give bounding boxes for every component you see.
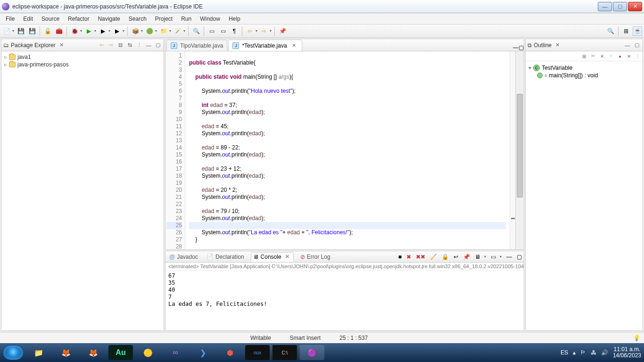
menu-window[interactable]: Window [196, 15, 224, 23]
action-center-icon[interactable]: 🏳 [580, 349, 586, 356]
tab-tipovariable[interactable]: J TipoVariable.java [166, 40, 227, 51]
java-perspective-icon[interactable]: ☕ [633, 26, 642, 36]
hide-static-icon[interactable]: ˢ [607, 52, 615, 60]
forward-icon[interactable]: ⇨ [259, 26, 269, 36]
explorer-icon[interactable]: 📁 [26, 345, 51, 360]
firefox-icon[interactable]: 🦊 [54, 345, 78, 360]
new-package-icon[interactable]: 📦 [131, 26, 140, 36]
minimize-view-icon[interactable]: — [145, 41, 152, 49]
word-wrap-icon[interactable]: ↩ [454, 254, 458, 260]
minimize-view-icon[interactable]: — [506, 254, 512, 260]
clock-date[interactable]: 14/06/2023 [613, 353, 641, 359]
tray-chevron-icon[interactable]: ▴ [573, 349, 576, 356]
outline-method[interactable]: S main(String[]) : void [537, 72, 640, 79]
network-icon[interactable]: 🖧 [591, 349, 596, 356]
scroll-lock-icon[interactable]: 🔒 [442, 254, 449, 260]
link-editor-icon[interactable]: ⇆ [126, 41, 133, 49]
sort-icon[interactable]: ᵃᶻ [589, 52, 597, 60]
open-type-icon[interactable]: 🔓 [43, 26, 52, 36]
external-tools-icon[interactable]: ▶ [112, 26, 122, 36]
tab-testvariable[interactable]: J *TestVariable.java ✕ [228, 40, 302, 51]
vs-icon[interactable]: ∞ [163, 345, 188, 360]
menu-navigate[interactable]: Navigate [94, 15, 124, 23]
app-icon[interactable]: ⬢ [218, 345, 242, 360]
remove-all-icon[interactable]: ✖✖ [416, 254, 425, 260]
back-icon[interactable]: ⇦ [245, 26, 255, 36]
chrome-icon[interactable]: 🟡 [136, 345, 160, 360]
code-content[interactable]: public class TestVariable{ public static… [185, 51, 510, 249]
menu-file[interactable]: File [2, 15, 18, 23]
quick-access-icon[interactable]: 🔍 [606, 26, 615, 36]
audition-icon[interactable]: Au [108, 345, 133, 360]
console-output[interactable]: 67 35 40 7 La edad es 7, Felicitaciones! [165, 271, 524, 310]
vertical-scrollbar[interactable] [515, 51, 524, 249]
toggle-block-icon[interactable]: ▭ [218, 26, 228, 36]
lang-indicator[interactable]: ES [561, 349, 568, 356]
maximize-button[interactable]: ▢ [613, 2, 627, 11]
hide-nonpublic-icon[interactable]: ● [616, 52, 624, 60]
wizard-icon[interactable]: 🪄 [173, 26, 182, 36]
package-explorer-tab[interactable]: 🗂 Package Explorer ✕ [3, 42, 66, 49]
remove-launch-icon[interactable]: ✖ [406, 254, 411, 260]
outline-class[interactable]: ▾ C TestVariable [528, 64, 640, 72]
close-tab-icon[interactable]: ✕ [290, 42, 298, 49]
tree-item[interactable]: ▹ java-primeros-pasos [4, 61, 161, 68]
view-menu-icon[interactable]: ⋮ [634, 52, 642, 60]
tab-javadoc[interactable]: @Javadoc [167, 253, 200, 261]
tree-item[interactable]: ▹ java1 [4, 53, 161, 61]
tab-declaration[interactable]: 📄Declaration [205, 253, 246, 261]
nox-icon[interactable]: nox [245, 345, 270, 360]
pin-icon[interactable]: 📌 [278, 26, 287, 36]
display-console-icon[interactable]: 🖥 [475, 254, 480, 260]
overview-ruler[interactable] [510, 51, 515, 249]
build-icon[interactable]: 🧰 [54, 26, 64, 36]
minimize-view-icon[interactable]: — [624, 41, 631, 49]
outline-tree[interactable]: ▾ C TestVariable S main(String[]) : void [526, 61, 643, 82]
vscode-icon[interactable]: ❯ [190, 345, 215, 360]
tab-console[interactable]: 🖥Console✕ [251, 252, 294, 262]
tip-icon[interactable]: 💡 [633, 335, 640, 341]
focus-icon[interactable]: ⊞ [580, 52, 588, 60]
maximize-view-icon[interactable]: ▢ [517, 254, 522, 260]
project-tree[interactable]: ▹ java1 ▹ java-primeros-pasos [1, 51, 164, 70]
maximize-view-icon[interactable]: ▢ [154, 41, 162, 49]
new-class-icon[interactable]: 🟢 [145, 26, 154, 36]
hide-fields-icon[interactable]: ✕ [598, 52, 606, 60]
clear-console-icon[interactable]: 🧹 [430, 254, 437, 260]
system-tray[interactable]: ES ▴ 🏳 🖧 🔊 11:01 a.m. 14/06/2023 [561, 346, 641, 359]
volume-icon[interactable]: 🔊 [601, 349, 608, 356]
pin-console-icon[interactable]: 📌 [463, 254, 470, 260]
menu-help[interactable]: Help [225, 15, 244, 23]
tab-errorlog[interactable]: ⊘Error Log [298, 253, 332, 261]
outline-tab[interactable]: ⧉ Outline ✕ [528, 42, 561, 49]
save-icon[interactable]: 💾 [16, 26, 25, 36]
menu-source[interactable]: Source [38, 15, 63, 23]
maximize-view-icon[interactable]: ▢ [633, 41, 641, 49]
back-nav-icon[interactable]: ⇦ [98, 41, 105, 49]
code-editor[interactable]: 1234567891011121314151617181920212223242… [165, 51, 524, 249]
cmd-icon[interactable]: C:\ [272, 345, 297, 360]
show-whitespace-icon[interactable]: ¶ [230, 26, 239, 36]
maximize-editor-icon[interactable]: ▢ [519, 44, 524, 51]
hide-local-icon[interactable]: ✕ [625, 52, 633, 60]
run-icon[interactable]: ▶ [84, 26, 93, 36]
save-all-icon[interactable]: 💾 [27, 26, 37, 36]
menu-run[interactable]: Run [177, 15, 195, 23]
menu-refactor[interactable]: Refactor [64, 15, 93, 23]
forward-nav-icon[interactable]: ⇨ [107, 41, 115, 49]
minimize-button[interactable]: — [598, 2, 612, 11]
menu-project[interactable]: Project [151, 15, 176, 23]
menu-edit[interactable]: Edit [19, 15, 37, 23]
open-console-icon[interactable]: ▭ [491, 254, 496, 260]
search-icon[interactable]: 🔍 [191, 26, 201, 36]
open-perspective-icon[interactable]: ⊞ [621, 26, 631, 36]
close-icon[interactable]: ✕ [58, 42, 66, 48]
collapse-all-icon[interactable]: ⊟ [116, 41, 124, 49]
start-button[interactable] [3, 345, 24, 360]
debug-icon[interactable]: 🐞 [70, 26, 79, 36]
coverage-icon[interactable]: ▶ [98, 26, 107, 36]
firefox-dev-icon[interactable]: 🦊 [81, 345, 106, 360]
view-menu-icon[interactable]: ⋮ [135, 41, 143, 49]
eclipse-taskbar-icon[interactable]: 🟣 [300, 345, 324, 360]
toggle-mark-icon[interactable]: ▭ [207, 26, 216, 36]
